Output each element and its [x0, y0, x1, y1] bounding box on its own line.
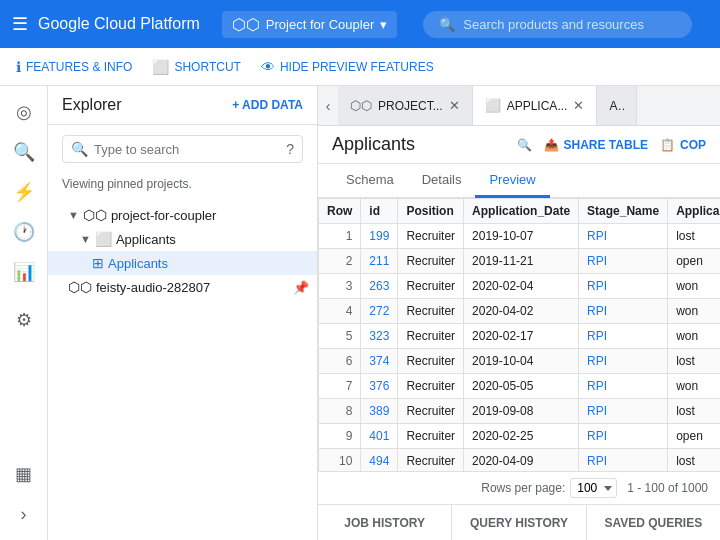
cell-stage: RPI [579, 449, 668, 472]
cell-id: 401 [361, 424, 398, 449]
terminal-icon[interactable]: ▦ [6, 456, 42, 492]
cell-applicant: open [668, 424, 720, 449]
tab-applicants[interactable]: ⬜ APPLICA... ✕ [473, 86, 598, 126]
cell-row: 7 [319, 374, 361, 399]
table-row: 7 376 Recruiter 2020-05-05 RPI won [319, 374, 721, 399]
cell-applicant: won [668, 299, 720, 324]
shortcut-button[interactable]: ⬜ SHORTCUT [152, 59, 240, 75]
rows-per-page-select[interactable]: 102550100250 [570, 478, 617, 498]
tab-project[interactable]: ⬡⬡ PROJECT... ✕ [338, 86, 473, 126]
tree-item-applicants-parent[interactable]: ▼ ⬜ Applicants [48, 227, 317, 251]
query-history-tab[interactable]: QUERY HISTORY [452, 505, 586, 540]
col-stage: Stage_Name [579, 199, 668, 224]
settings-nav-icon[interactable]: ⚙ [6, 302, 42, 338]
tree-item-project[interactable]: ▼ ⬡⬡ project-for-coupler [48, 203, 317, 227]
explorer-title: Explorer [62, 96, 122, 114]
explorer-header: Explorer + ADD DATA [48, 86, 317, 125]
hide-preview-button[interactable]: 👁 HIDE PREVIEW FEATURES [261, 59, 434, 75]
copy-button[interactable]: 📋 COP [660, 138, 706, 152]
tab-details[interactable]: Details [408, 164, 476, 198]
cell-row: 10 [319, 449, 361, 472]
table-row: 8 389 Recruiter 2019-09-08 RPI lost [319, 399, 721, 424]
cell-applicant: lost [668, 349, 720, 374]
cell-row: 2 [319, 249, 361, 274]
tab-preview[interactable]: Preview [475, 164, 549, 198]
project-tab-close[interactable]: ✕ [449, 98, 460, 113]
cell-position: Recruiter [398, 349, 464, 374]
cell-position: Recruiter [398, 274, 464, 299]
hamburger-icon[interactable]: ☰ [12, 13, 28, 35]
tree-item-feisty-audio[interactable]: ⬡⬡ feisty-audio-282807 📌 [48, 275, 317, 299]
col-applicant: Applicant_S [668, 199, 720, 224]
add-data-label: + ADD DATA [232, 98, 303, 112]
cell-stage: RPI [579, 374, 668, 399]
chevron-down-icon: ▼ [68, 209, 79, 221]
project-node-icon: ⬡⬡ [83, 207, 107, 223]
rows-per-page-label: Rows per page: [481, 481, 565, 495]
cell-position: Recruiter [398, 324, 464, 349]
chart-nav-icon[interactable]: 📊 [6, 254, 42, 290]
table-row: 1 199 Recruiter 2019-10-07 RPI lost [319, 224, 721, 249]
tab-schema[interactable]: Schema [332, 164, 408, 198]
explorer-search-input[interactable] [94, 142, 280, 157]
col-date: Application_Date [464, 199, 579, 224]
main-layout: ◎ 🔍 ⚡ 🕐 📊 ⚙ ▦ › Explorer + ADD DATA 🔍 ? … [0, 86, 720, 540]
cell-id: 389 [361, 399, 398, 424]
cell-id: 376 [361, 374, 398, 399]
saved-queries-tab[interactable]: SAVED QUERIES [587, 505, 720, 540]
col-position: Position [398, 199, 464, 224]
cell-row: 9 [319, 424, 361, 449]
add-data-button[interactable]: + ADD DATA [232, 98, 303, 112]
search-icon: 🔍 [439, 17, 455, 32]
search-input[interactable] [463, 17, 676, 32]
help-icon[interactable]: ? [286, 141, 294, 157]
job-history-tab[interactable]: JOB HISTORY [318, 505, 452, 540]
cell-stage: RPI [579, 399, 668, 424]
table-row: 2 211 Recruiter 2019-11-21 RPI open [319, 249, 721, 274]
hide-preview-label: HIDE PREVIEW FEATURES [280, 60, 434, 74]
features-info-label: FEATURES & INFO [26, 60, 132, 74]
pin-icon: 📌 [293, 280, 309, 295]
cell-id: 374 [361, 349, 398, 374]
table-row: 6 374 Recruiter 2019-10-04 RPI lost [319, 349, 721, 374]
expand-icon[interactable]: › [6, 496, 42, 532]
preview-icon: 👁 [261, 59, 275, 75]
tab-api[interactable]: AP [597, 86, 637, 126]
analytics-nav-icon[interactable]: ◎ [6, 94, 42, 130]
rows-per-page: Rows per page: 102550100250 [481, 478, 617, 498]
zoom-button[interactable]: 🔍 [517, 138, 532, 152]
table-body: 1 199 Recruiter 2019-10-07 RPI lost 2 21… [319, 224, 721, 472]
api-tab-label: AP [609, 99, 624, 113]
cell-position: Recruiter [398, 224, 464, 249]
search-nav-icon[interactable]: 🔍 [6, 134, 42, 170]
global-search[interactable]: 🔍 [423, 11, 692, 38]
chevron-down-icon: ▼ [80, 233, 91, 245]
applicants-tab-close[interactable]: ✕ [573, 98, 584, 113]
explorer-search-box[interactable]: 🔍 ? [62, 135, 303, 163]
data-table: Row id Position Application_Date Stage_N… [318, 198, 720, 471]
applicants-tab-icon: ⬜ [485, 98, 501, 113]
project-selector[interactable]: ⬡⬡ Project for Coupler ▾ [222, 11, 397, 38]
filter-nav-icon[interactable]: ⚡ [6, 174, 42, 210]
cell-stage: RPI [579, 249, 668, 274]
table-row: 9 401 Recruiter 2020-02-25 RPI open [319, 424, 721, 449]
cell-position: Recruiter [398, 449, 464, 472]
shortcut-label: SHORTCUT [174, 60, 240, 74]
share-table-button[interactable]: 📤 SHARE TABLE [544, 138, 648, 152]
dataset-icon: ⬜ [95, 231, 112, 247]
table-row: 4 272 Recruiter 2020-04-02 RPI won [319, 299, 721, 324]
cell-position: Recruiter [398, 374, 464, 399]
cell-applicant: lost [668, 449, 720, 472]
cell-id: 199 [361, 224, 398, 249]
cell-date: 2020-02-17 [464, 324, 579, 349]
history-nav-icon[interactable]: 🕐 [6, 214, 42, 250]
icon-bar-bottom: ▦ › [6, 456, 42, 532]
table-row: 5 323 Recruiter 2020-02-17 RPI won [319, 324, 721, 349]
features-info-button[interactable]: ℹ FEATURES & INFO [16, 59, 132, 75]
copy-label: COP [680, 138, 706, 152]
tree-item-applicants-table[interactable]: ⊞ Applicants [48, 251, 317, 275]
cell-applicant: won [668, 374, 720, 399]
applicants-table-label: Applicants [108, 256, 168, 271]
cell-applicant: open [668, 249, 720, 274]
tabs-scroll-left[interactable]: ‹ [318, 96, 338, 116]
